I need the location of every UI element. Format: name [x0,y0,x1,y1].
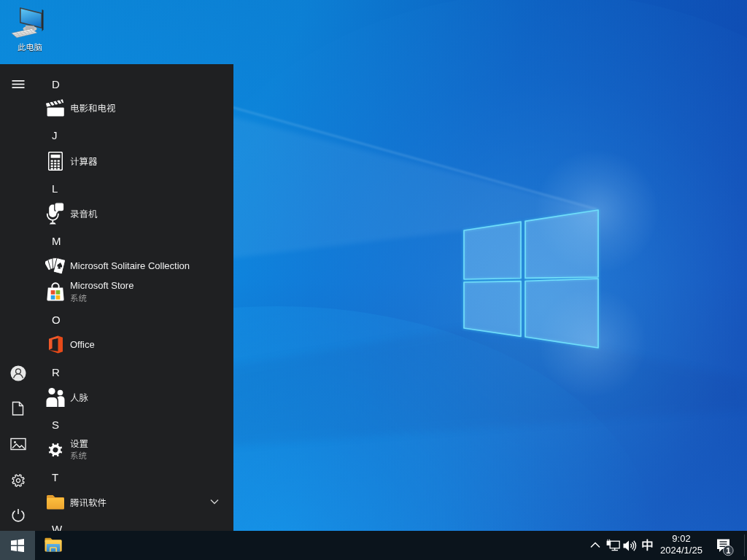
svg-text:1: 1 [726,546,730,555]
